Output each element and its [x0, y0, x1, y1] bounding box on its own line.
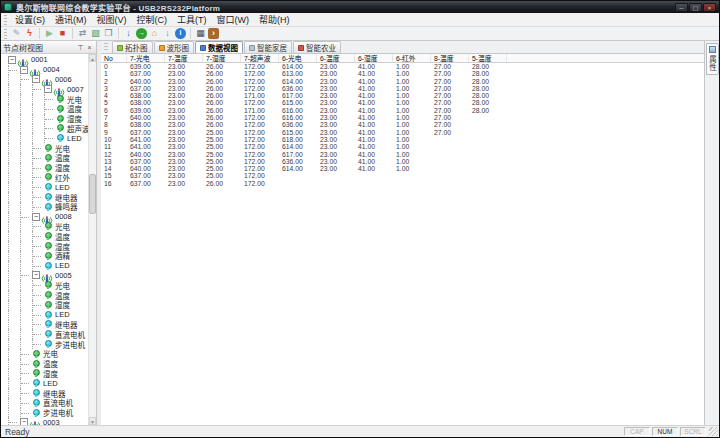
scroll-up-arrow-icon[interactable]: ▲	[89, 54, 96, 62]
cell: 3	[101, 85, 127, 92]
tree-expander[interactable]: −	[20, 66, 28, 74]
close-icon[interactable]: ×	[85, 42, 94, 53]
table-row[interactable]: 12640.0023.0025.00172.00617.0023.0041.00…	[101, 151, 704, 158]
download-icon[interactable]: ↓	[123, 28, 134, 39]
tree-item-继电器[interactable]: 继电器	[1, 192, 96, 202]
scrollbar-thumb[interactable]	[89, 174, 96, 214]
tab-智能农业[interactable]: 智能农业	[293, 41, 341, 53]
menu-item-4[interactable]: 工具(T)	[172, 12, 212, 27]
tree-item-0006[interactable]: −0006	[1, 75, 96, 85]
table-row[interactable]: 3637.0023.0026.00172.00636.0023.0041.001…	[101, 85, 704, 92]
table-row[interactable]: 1637.0023.0026.00172.00613.0023.0041.001…	[101, 70, 704, 77]
menu-item-6[interactable]: 帮助(H)	[254, 12, 295, 27]
menu-item-3[interactable]: 控制(C)	[132, 12, 173, 27]
tree-item-步进电机[interactable]: 步进电机	[1, 408, 96, 418]
arrow-down-icon[interactable]: ↓	[162, 28, 173, 39]
cell: 1.00	[393, 99, 431, 106]
table-row[interactable]: 4638.0023.0026.00171.00617.0023.0041.001…	[101, 92, 704, 99]
maximize-button[interactable]: ▢	[689, 3, 702, 12]
tree-expander[interactable]: −	[32, 213, 40, 221]
tree-item-0005[interactable]: −0005	[1, 271, 96, 281]
image-icon[interactable]: ▧	[90, 28, 101, 39]
properties-panel-tab[interactable]: 属性	[706, 43, 719, 75]
table-row[interactable]: 5638.0023.0026.00172.00615.0023.0041.001…	[101, 99, 704, 106]
table-row[interactable]: 2640.0023.0026.00172.00614.0023.0041.001…	[101, 78, 704, 85]
resize-grip[interactable]	[709, 427, 718, 436]
tree-guide	[32, 104, 44, 114]
tree-item-温度[interactable]: 温度	[1, 231, 96, 241]
cell: 636.00	[279, 158, 317, 165]
tree-item-温度[interactable]: 温度	[1, 153, 96, 163]
edit-icon[interactable]: ✎	[11, 28, 22, 39]
stop-icon[interactable]: ■	[57, 28, 68, 39]
tab-数据视图[interactable]: 数据视图	[195, 41, 243, 53]
table-row[interactable]: 9637.0023.0025.00172.00615.0023.0041.001…	[101, 129, 704, 136]
tree-item-超声波[interactable]: 超声波	[1, 124, 96, 134]
pin-icon[interactable]: ⊤	[76, 42, 85, 53]
tree-guide	[32, 300, 44, 310]
tree-item-步进电机[interactable]: 步进电机	[1, 339, 96, 349]
play-icon[interactable]: ▶	[44, 28, 55, 39]
tree-item-湿度[interactable]: 湿度	[1, 300, 96, 310]
table-row[interactable]: 16637.0023.0026.00172.00	[101, 180, 704, 187]
menu-grip[interactable]	[4, 15, 7, 25]
home-icon[interactable]: ⌂	[149, 28, 160, 39]
tree-item-0001[interactable]: −0001	[1, 55, 96, 65]
tree-item-光电[interactable]: 光电	[1, 222, 96, 232]
minimize-button[interactable]: ─	[675, 3, 688, 12]
tree-item-湿度[interactable]: 湿度	[1, 163, 96, 173]
toolbar-grip[interactable]	[4, 29, 7, 39]
table-row[interactable]: 15637.0023.0025.00172.00	[101, 172, 704, 179]
tree-item-湿度[interactable]: 湿度	[1, 241, 96, 251]
tree-item-红外[interactable]: 红外	[1, 173, 96, 183]
tree-expander[interactable]: −	[8, 56, 16, 64]
go-icon[interactable]: →	[136, 28, 147, 39]
tree-item-LED[interactable]: LED	[1, 310, 96, 320]
exit-icon[interactable]: ›	[208, 28, 219, 39]
scroll-down-arrow-icon[interactable]: ▼	[89, 417, 96, 425]
tree-item-0004[interactable]: −0004	[1, 65, 96, 75]
tree-guide	[8, 280, 20, 290]
table-row[interactable]: 10641.0023.0025.00172.00618.0023.0041.00…	[101, 136, 704, 143]
menu-item-1[interactable]: 通讯(M)	[50, 12, 92, 27]
tab-智能家居[interactable]: 智能家居	[244, 41, 292, 53]
menu-item-5[interactable]: 窗口(W)	[212, 12, 255, 27]
table-row[interactable]: 7640.0023.0026.00172.00616.0023.0041.001…	[101, 114, 704, 121]
table-row[interactable]: 13637.0023.0025.00172.00636.0023.0041.00…	[101, 158, 704, 165]
table-row[interactable]: 0639.0023.0026.00172.00614.0023.0041.001…	[101, 63, 704, 70]
tab-label: 智能家居	[257, 42, 287, 53]
lightning-icon[interactable]: ϟ	[24, 28, 35, 39]
tree-item-LED[interactable]: LED	[1, 133, 96, 143]
tree-item-LED[interactable]: LED	[1, 261, 96, 271]
tree-item-0003[interactable]: −0003	[1, 417, 96, 425]
tree-expander[interactable]: −	[44, 85, 52, 93]
connect-icon[interactable]: ⇄	[77, 28, 88, 39]
tree-item-蜂鸣器[interactable]: 蜂鸣器	[1, 202, 96, 212]
tree-item-光电[interactable]: 光电	[1, 280, 96, 290]
tree-item-温度[interactable]: 温度	[1, 290, 96, 300]
tree-item-LED[interactable]: LED	[1, 182, 96, 192]
menu-item-2[interactable]: 视图(V)	[92, 12, 132, 27]
tree-scrollbar[interactable]: ▲ ▼	[88, 54, 96, 425]
tabbar-grip[interactable]	[104, 43, 108, 52]
close-button[interactable]: ×	[703, 3, 716, 12]
tree-expander[interactable]: −	[32, 271, 40, 279]
table-row[interactable]: 8638.0023.0026.00172.00636.0023.0041.001…	[101, 121, 704, 128]
tree-guide	[8, 65, 20, 75]
tree-item-0008[interactable]: −0008	[1, 212, 96, 222]
table-row[interactable]: 14640.0023.0025.00172.00614.0023.0041.00…	[101, 165, 704, 172]
tree-item-湿度[interactable]: 湿度	[1, 369, 96, 379]
table-row[interactable]: 6639.0023.0026.00171.00616.0023.0041.001…	[101, 107, 704, 114]
table-row[interactable]: 11641.0023.0025.00172.00614.0023.0041.00…	[101, 143, 704, 150]
tree-expander[interactable]: −	[20, 418, 28, 425]
tree-item-光电[interactable]: 光电	[1, 143, 96, 153]
info-icon[interactable]: i	[175, 28, 186, 39]
tree-expander[interactable]: −	[32, 75, 40, 83]
keyboard-icon[interactable]: ▦	[195, 28, 206, 39]
tab-波形图[interactable]: 波形图	[154, 41, 195, 53]
tab-拓扑图[interactable]: 拓扑图	[112, 41, 153, 53]
tree-guide	[8, 310, 20, 320]
tree-item-酒精[interactable]: 酒精	[1, 251, 96, 261]
window-icon[interactable]: ❐	[103, 28, 114, 39]
menu-item-0[interactable]: 设置(S)	[10, 12, 50, 27]
